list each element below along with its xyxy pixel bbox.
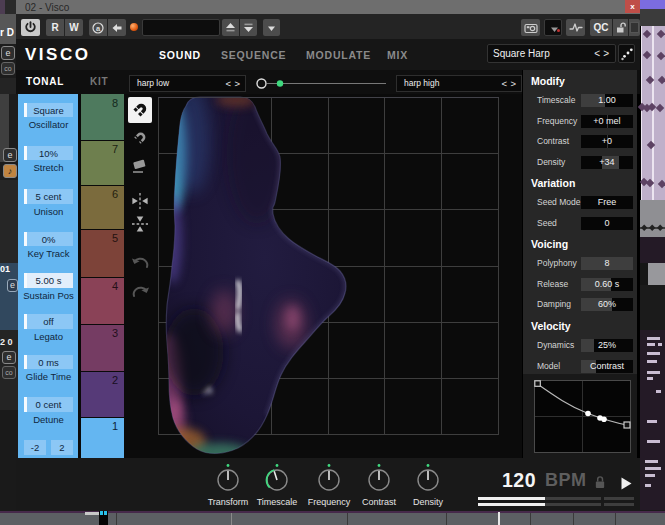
svg-text:a: a: [96, 23, 101, 32]
